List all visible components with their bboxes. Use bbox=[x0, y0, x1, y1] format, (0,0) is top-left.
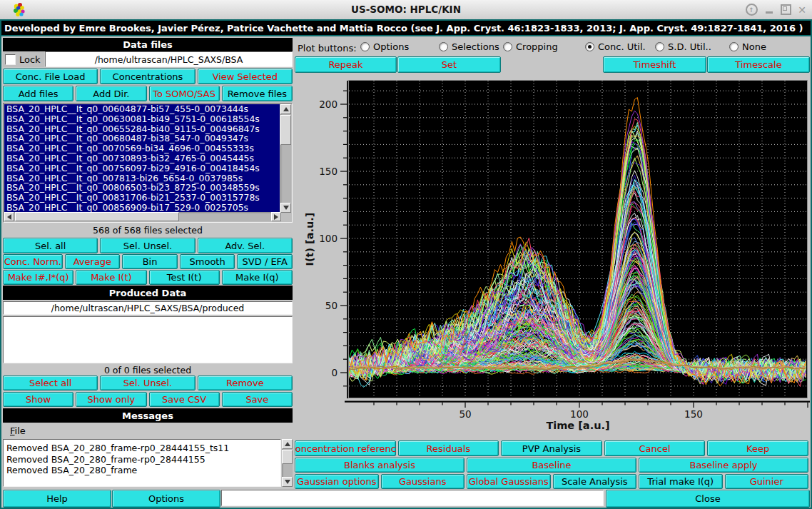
scroll-down-button[interactable] bbox=[282, 477, 293, 487]
remove-files-button[interactable]: Remove files bbox=[222, 86, 293, 101]
progress-bar bbox=[221, 490, 604, 506]
baseline-apply-button[interactable]: Baseline apply bbox=[639, 458, 808, 473]
add-files-button[interactable]: Add files bbox=[3, 86, 73, 101]
produced-data-list[interactable] bbox=[3, 316, 293, 363]
file-list-item[interactable]: BSA_20_HPLC__It_q0_00756097-bi29_4916-0_… bbox=[4, 163, 280, 173]
average-button[interactable]: Average bbox=[65, 254, 121, 269]
add-dir-button[interactable]: Add Dir. bbox=[76, 86, 146, 101]
show-only-button[interactable]: Show only bbox=[76, 392, 146, 407]
select-unselected-button[interactable]: Sel. Unsel. bbox=[100, 238, 195, 253]
blanks-analysis-button[interactable]: Blanks analysis bbox=[295, 458, 465, 473]
file-list-item[interactable]: BSA_20_HPLC__It_q0_0070569-bi34_4696-0_0… bbox=[4, 143, 280, 153]
data-files-list-items[interactable]: BSA_20_HPLC__It_q0_00604877-bi57_455-0_0… bbox=[4, 104, 280, 212]
file-list-item[interactable]: BSA_20_HPLC__It_q0_00655284-bi40_9115-0_… bbox=[4, 124, 280, 134]
title-bar[interactable]: US-SOMO: HPLC/KIN ↑ ✕ bbox=[0, 0, 812, 20]
residuals-button[interactable]: Residuals bbox=[398, 440, 499, 456]
produced-remove-button[interactable]: Remove bbox=[198, 376, 293, 390]
guinier-button[interactable]: Guinier bbox=[725, 474, 809, 489]
plot-mode-radio-none[interactable]: None bbox=[729, 41, 766, 52]
scroll-left-button[interactable] bbox=[4, 212, 14, 221]
make-i-istar-q-button[interactable]: Make I#,I*(q) bbox=[3, 270, 73, 285]
radio-label: Options bbox=[373, 41, 409, 52]
file-list-vertical-scrollbar[interactable] bbox=[280, 104, 291, 213]
plot-mode-radio-options[interactable]: Options bbox=[360, 41, 409, 52]
plot-mode-radio-cropping[interactable]: Cropping bbox=[503, 41, 558, 52]
produced-select-all-button[interactable]: Select all bbox=[3, 376, 98, 390]
message-line: Removed BSA_20_280_frame-rp0_28444155 bbox=[4, 454, 280, 465]
make-i-t-button[interactable]: Make I(t) bbox=[76, 270, 146, 285]
test-i-t-button[interactable]: Test I(t) bbox=[149, 270, 220, 285]
message-line: Removed BSA_20_280_frame-rp0_28444155_ts… bbox=[4, 443, 280, 454]
file-list-item[interactable]: BSA_20_HPLC__It_q0_00831706-bi21_2537-0_… bbox=[4, 193, 280, 203]
concentration-reference-button[interactable]: Concentration reference bbox=[295, 440, 396, 456]
data-files-list[interactable]: BSA_20_HPLC__It_q0_00604877-bi57_455-0_0… bbox=[3, 103, 293, 223]
radio-button-icon[interactable] bbox=[503, 42, 512, 51]
file-list-item[interactable]: BSA_20_HPLC__It_q0_00630081-bi49_5751-0_… bbox=[4, 114, 280, 124]
file-menu[interactable]: File bbox=[3, 425, 33, 436]
scroll-right-button[interactable] bbox=[271, 212, 281, 221]
radio-button-icon[interactable] bbox=[439, 42, 448, 51]
radio-label: Cropping bbox=[516, 41, 558, 52]
save-button[interactable]: Save bbox=[222, 392, 293, 407]
messages-lines: Removed BSA_20_280_frame-rp0_28444155_ts… bbox=[4, 440, 280, 476]
radio-button-icon[interactable] bbox=[729, 42, 739, 51]
gaussian-options-button[interactable]: Gaussian options bbox=[295, 474, 379, 489]
file-list-item[interactable]: BSA_20_HPLC__It_q0_00856909-bi17_529-0_0… bbox=[4, 203, 280, 212]
scrollbar-thumb[interactable] bbox=[15, 212, 179, 221]
advanced-select-button[interactable]: Adv. Sel. bbox=[198, 238, 293, 253]
radio-button-icon[interactable] bbox=[585, 42, 594, 51]
view-selected-button[interactable]: View Selected bbox=[198, 69, 293, 84]
save-csv-button[interactable]: Save CSV bbox=[149, 392, 220, 407]
file-list-item[interactable]: BSA_20_HPLC__It_q0_007813-bi26_5654-0_00… bbox=[4, 173, 280, 183]
scrollbar-thumb[interactable] bbox=[280, 115, 291, 145]
pvp-analysis-button[interactable]: PVP Analysis bbox=[501, 440, 602, 456]
credits-banner: Developed by Emre Brookes, Javier Pérez,… bbox=[1, 21, 811, 36]
scroll-up-button[interactable] bbox=[280, 104, 291, 114]
produced-data-header: Produced Data bbox=[3, 286, 293, 300]
minimize-window-button[interactable] bbox=[763, 4, 776, 16]
gaussians-button[interactable]: Gaussians bbox=[381, 474, 465, 489]
plot-mode-radio-s-d-util[interactable]: S.D. Util.. bbox=[655, 41, 711, 52]
close-button[interactable]: Close bbox=[606, 490, 810, 508]
window-title: US-SOMO: HPLC/KIN bbox=[0, 4, 812, 15]
to-somo-sas-button[interactable]: To SOMO/SAS bbox=[149, 86, 220, 101]
radio-button-icon[interactable] bbox=[655, 42, 664, 51]
plot-mode-radio-conc-util[interactable]: Conc. Util. bbox=[585, 41, 646, 52]
scale-analysis-button[interactable]: Scale Analysis bbox=[553, 474, 637, 489]
make-i-q-button[interactable]: Make I(q) bbox=[222, 270, 293, 285]
messages-vertical-scrollbar[interactable] bbox=[282, 439, 293, 487]
cancel-button[interactable]: Cancel bbox=[604, 440, 706, 456]
trial-make-i-q-button[interactable]: Trial make I(q) bbox=[639, 474, 723, 489]
svd-efa-button[interactable]: SVD / EFA bbox=[237, 254, 293, 269]
maximize-window-button[interactable] bbox=[779, 4, 792, 16]
global-gaussians-button[interactable]: Global Gaussians bbox=[467, 474, 551, 489]
file-list-item[interactable]: BSA_20_HPLC__It_q0_00730893-bi32_4765-0_… bbox=[4, 153, 280, 163]
chromatogram-plot[interactable]: 05010015020050100150Time [a.u.]I(t) [a.u… bbox=[293, 70, 812, 437]
scroll-down-button[interactable] bbox=[280, 203, 291, 213]
file-list-horizontal-scrollbar[interactable] bbox=[4, 212, 281, 221]
file-list-item[interactable]: BSA_20_HPLC__It_q0_00604877-bi57_455-0_0… bbox=[4, 104, 280, 114]
bin-button[interactable]: Bin bbox=[122, 254, 178, 269]
produced-select-unselected-button[interactable]: Sel. Unsel. bbox=[100, 376, 195, 390]
smooth-button[interactable]: Smooth bbox=[180, 254, 235, 269]
scrollbar-thumb[interactable] bbox=[282, 450, 293, 464]
help-button[interactable]: Help bbox=[3, 490, 111, 508]
radio-button-icon[interactable] bbox=[360, 42, 370, 51]
file-list-item[interactable]: BSA_20_HPLC__It_q0_00680487-bi38_547-0_0… bbox=[4, 133, 280, 143]
options-button[interactable]: Options bbox=[112, 490, 220, 508]
conc-file-load-button[interactable]: Conc. File Load bbox=[3, 69, 98, 84]
show-button[interactable]: Show bbox=[3, 392, 73, 407]
keep-button[interactable]: Keep bbox=[707, 440, 808, 456]
concentrations-button[interactable]: Concentrations bbox=[100, 69, 195, 84]
close-window-button[interactable]: ✕ bbox=[796, 4, 808, 16]
arrow-left-icon bbox=[7, 214, 11, 220]
file-list-item[interactable]: BSA_20_HPLC__It_q0_00806503-bi23_8725-0_… bbox=[4, 183, 280, 193]
conc-norm-button[interactable]: Conc. Norm. bbox=[3, 254, 63, 269]
scroll-up-button[interactable] bbox=[282, 439, 293, 449]
radio-label: None bbox=[742, 41, 766, 52]
baseline-button[interactable]: Baseline bbox=[467, 458, 636, 473]
shade-window-button[interactable]: ↑ bbox=[745, 4, 758, 16]
plot-mode-radio-selections[interactable]: Selections bbox=[439, 41, 499, 52]
arrow-up-icon bbox=[283, 107, 289, 111]
select-all-button[interactable]: Sel. all bbox=[3, 238, 98, 253]
